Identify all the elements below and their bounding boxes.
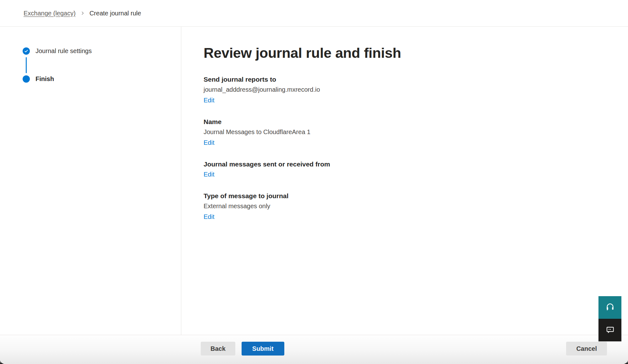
review-section-name: Name Journal Messages to CloudflareArea … xyxy=(204,118,615,147)
message-type-value: External messages only xyxy=(204,202,615,210)
page-title: Review journal rule and finish xyxy=(204,44,615,62)
breadcrumb-current-page: Create journal rule xyxy=(90,10,141,17)
edit-send-journal-reports-link[interactable]: Edit xyxy=(204,96,214,104)
create-journal-rule-page: Exchange (legacy) Create journal rule Jo… xyxy=(0,0,628,364)
wizard-steps-panel: Journal rule settings Finish xyxy=(0,27,181,335)
footer-left-actions: Back Submit xyxy=(201,342,284,356)
rule-name-value: Journal Messages to CloudflareArea 1 xyxy=(204,128,615,136)
breadcrumb-exchange-legacy-link[interactable]: Exchange (legacy) xyxy=(24,10,76,17)
step-label: Finish xyxy=(35,75,54,83)
chevron-right-icon xyxy=(80,11,85,15)
wizard-step-finish[interactable]: Finish xyxy=(23,75,181,83)
edit-journal-scope-link[interactable]: Edit xyxy=(204,170,214,178)
review-content: Review journal rule and finish Send jour… xyxy=(181,27,628,335)
wizard-step-journal-rule-settings[interactable]: Journal rule settings xyxy=(23,47,181,55)
back-button[interactable]: Back xyxy=(201,342,235,356)
edit-name-link[interactable]: Edit xyxy=(204,139,214,147)
feedback-button[interactable] xyxy=(598,319,621,341)
step-complete-check-icon xyxy=(23,47,30,55)
step-current-dot-icon xyxy=(23,75,30,83)
section-label: Send journal reports to xyxy=(204,75,615,84)
breadcrumb: Exchange (legacy) Create journal rule xyxy=(0,0,628,27)
headset-icon xyxy=(605,302,615,313)
feedback-icon xyxy=(605,325,615,335)
section-label: Type of message to journal xyxy=(204,192,615,200)
section-label: Journal messages sent or received from xyxy=(204,160,615,168)
step-label: Journal rule settings xyxy=(35,47,92,55)
support-button[interactable] xyxy=(598,296,621,319)
review-section-journal-scope: Journal messages sent or received from E… xyxy=(204,160,615,178)
edit-message-type-link[interactable]: Edit xyxy=(204,213,214,221)
review-section-message-type: Type of message to journal External mess… xyxy=(204,192,615,221)
section-label: Name xyxy=(204,118,615,126)
submit-button[interactable]: Submit xyxy=(242,342,284,356)
floating-help-widgets xyxy=(598,296,621,341)
wizard-body: Journal rule settings Finish Review jour… xyxy=(0,27,628,335)
step-connector-line xyxy=(26,57,27,73)
journal-report-address-value: journal_adddress@journaling.mxrecord.io xyxy=(204,85,615,94)
wizard-footer: Back Submit Cancel xyxy=(0,335,628,364)
review-section-send-journal-reports: Send journal reports to journal_adddress… xyxy=(204,75,615,104)
app-window: Exchange (legacy) Create journal rule Jo… xyxy=(0,0,628,364)
cancel-button[interactable]: Cancel xyxy=(566,342,607,356)
